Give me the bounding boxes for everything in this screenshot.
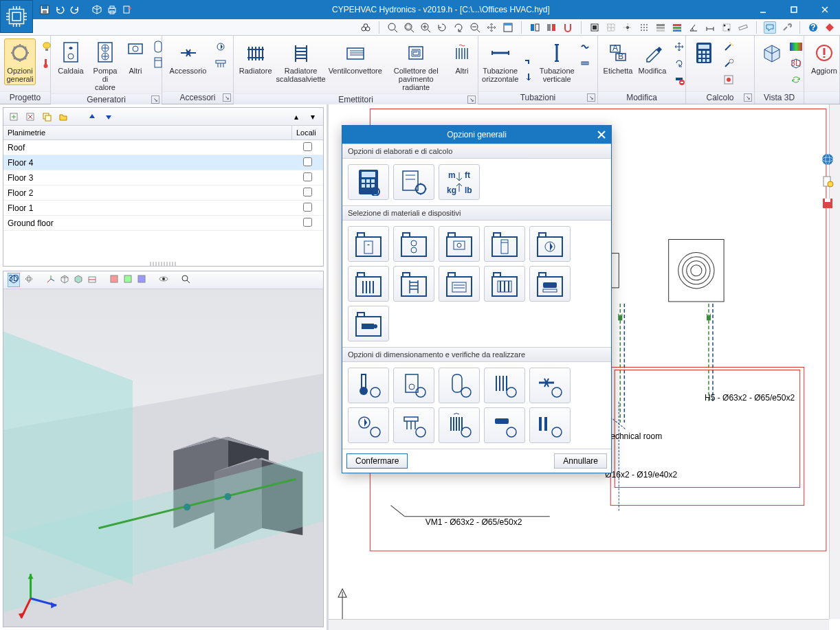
layers1-icon[interactable] bbox=[529, 21, 541, 34]
speech-icon[interactable] bbox=[764, 21, 776, 34]
collettore-button[interactable]: Collettore del pavimento radiante bbox=[385, 38, 447, 93]
save-icon[interactable] bbox=[40, 5, 49, 14]
pan-icon[interactable] bbox=[485, 21, 498, 34]
refresh-arrows-icon[interactable] bbox=[788, 72, 804, 87]
section-icon[interactable] bbox=[87, 274, 97, 286]
radiatore-check-button[interactable] bbox=[484, 368, 525, 403]
locali-checkbox[interactable] bbox=[303, 188, 312, 196]
flex-pipe-icon[interactable] bbox=[577, 39, 593, 54]
pompa-circ-catalog-button[interactable] bbox=[529, 226, 571, 262]
collapse-down-icon[interactable]: ▾ bbox=[307, 111, 319, 123]
split-catalog-button[interactable] bbox=[529, 266, 571, 302]
view-3d-icon[interactable]: 3D bbox=[8, 273, 20, 287]
fancoil-catalog-button[interactable] bbox=[439, 266, 480, 302]
delete-icon[interactable] bbox=[672, 72, 687, 87]
radiatore-scaldasalviette-button[interactable]: Radiatore scaldasalviette bbox=[276, 38, 326, 85]
delete-plan-icon[interactable] bbox=[24, 111, 36, 123]
etichetta-button[interactable]: ABEtichetta bbox=[602, 38, 634, 77]
thermo-check-button[interactable] bbox=[348, 368, 389, 403]
radiant-check-button[interactable] bbox=[439, 407, 480, 443]
tubazione-orizzontale-button[interactable]: Tubazione orizzontale bbox=[483, 38, 518, 85]
redo-icon[interactable] bbox=[70, 5, 80, 14]
table-row[interactable]: Floor 1 bbox=[3, 201, 323, 216]
grid-icon[interactable] bbox=[605, 21, 617, 34]
pipe-check-button[interactable] bbox=[529, 407, 571, 443]
table-row[interactable]: Floor 2 bbox=[3, 185, 323, 201]
modifica-button[interactable]: Modifica bbox=[637, 38, 668, 77]
manifold-icon[interactable] bbox=[213, 56, 228, 71]
dialog-launcher-icon[interactable]: ↘ bbox=[587, 93, 595, 102]
zoom-3d-icon[interactable] bbox=[181, 274, 190, 286]
help-globe-icon[interactable] bbox=[821, 153, 835, 166]
confirm-button[interactable]: Confermare bbox=[346, 453, 408, 469]
wand-cog-icon[interactable] bbox=[721, 56, 736, 71]
rotate-3d-icon[interactable] bbox=[24, 274, 34, 286]
dialog-launcher-icon[interactable]: ↘ bbox=[151, 95, 159, 104]
zoom-in-icon[interactable] bbox=[419, 21, 432, 34]
binoculars-icon[interactable] bbox=[360, 21, 372, 34]
emettitori-altri-button[interactable]: Altri bbox=[450, 38, 474, 77]
angle-icon[interactable] bbox=[687, 21, 700, 34]
about-icon[interactable] bbox=[824, 21, 836, 34]
radiatore-button[interactable]: Radiatore bbox=[238, 38, 273, 77]
measure-icon[interactable] bbox=[737, 21, 749, 34]
results-icon[interactable] bbox=[721, 72, 736, 87]
minimize-button[interactable] bbox=[747, 0, 778, 19]
app-icon[interactable] bbox=[0, 0, 33, 33]
help-save-icon[interactable] bbox=[821, 196, 835, 210]
unita-catalog-button[interactable] bbox=[439, 226, 480, 262]
layer-b-icon[interactable] bbox=[123, 274, 133, 286]
resize-grip[interactable] bbox=[150, 262, 177, 266]
maximize-button[interactable] bbox=[778, 0, 809, 19]
new-plan-icon[interactable] bbox=[8, 111, 20, 123]
boiler-check-button[interactable] bbox=[439, 368, 480, 403]
calcolo-button[interactable] bbox=[690, 38, 718, 67]
print-icon[interactable] bbox=[107, 5, 117, 14]
pompa-calore-button[interactable]: Pompa di calore bbox=[89, 38, 121, 93]
zoom-extents-icon[interactable] bbox=[386, 21, 399, 34]
radiatore-catalog-button[interactable] bbox=[348, 266, 389, 302]
caldaia-catalog-button[interactable] bbox=[348, 226, 389, 262]
aggiorn-button[interactable]: Aggiorn bbox=[808, 38, 840, 77]
cube-3d-icon[interactable]: 3D bbox=[788, 56, 804, 71]
layer-a-icon[interactable] bbox=[109, 274, 119, 286]
drawing-options-button[interactable] bbox=[393, 164, 434, 200]
towel-catalog-button[interactable] bbox=[393, 266, 434, 302]
opzioni-generali-button[interactable]: Opzioni generali bbox=[4, 38, 36, 85]
isolation-icon[interactable] bbox=[577, 56, 593, 71]
pump-check-button[interactable] bbox=[348, 407, 389, 443]
table-row[interactable]: Floor 4 bbox=[3, 155, 323, 170]
extra-catalog-button[interactable] bbox=[348, 306, 389, 341]
cancel-button[interactable]: Annullare bbox=[554, 453, 607, 469]
select-rect-icon[interactable] bbox=[588, 21, 601, 34]
wireframe-icon[interactable] bbox=[60, 274, 69, 286]
locali-checkbox[interactable] bbox=[303, 203, 312, 212]
axes-icon[interactable] bbox=[46, 274, 56, 286]
table-row[interactable]: Roof bbox=[3, 140, 323, 155]
table-row[interactable]: Ground floor bbox=[3, 216, 323, 231]
zoom-previous-icon[interactable] bbox=[436, 21, 448, 34]
scaldasalviette-catalog-button[interactable] bbox=[484, 226, 525, 262]
layers-stack-icon[interactable] bbox=[654, 21, 667, 34]
snap-point-icon[interactable] bbox=[621, 21, 634, 34]
table-row[interactable]: Floor 3 bbox=[3, 170, 323, 185]
visibility-icon[interactable] bbox=[159, 274, 168, 286]
horizontal-scrollbar[interactable] bbox=[329, 619, 829, 630]
undo-icon[interactable] bbox=[55, 5, 65, 14]
open-folder-icon[interactable] bbox=[57, 111, 69, 123]
pompa-catalog-button[interactable] bbox=[393, 226, 434, 262]
move-down-icon[interactable] bbox=[102, 111, 115, 123]
export-icon[interactable] bbox=[122, 5, 132, 14]
valve-check-button[interactable] bbox=[529, 368, 571, 403]
ventilconvettore-button[interactable]: Ventilconvettore bbox=[329, 38, 382, 77]
dialog-launcher-icon[interactable]: ↘ bbox=[467, 95, 476, 104]
copy-plan-icon[interactable] bbox=[41, 111, 53, 123]
dialog-launcher-icon[interactable]: ↘ bbox=[744, 93, 752, 102]
zoom-window-icon[interactable] bbox=[403, 21, 415, 34]
vista-3d-button[interactable] bbox=[759, 38, 785, 67]
calc-options-button[interactable] bbox=[348, 164, 389, 200]
collettore-catalog-button[interactable] bbox=[484, 266, 525, 302]
collapse-up-icon[interactable]: ▴ bbox=[290, 111, 302, 123]
locali-checkbox[interactable] bbox=[303, 172, 312, 181]
wand-icon[interactable] bbox=[721, 39, 736, 54]
